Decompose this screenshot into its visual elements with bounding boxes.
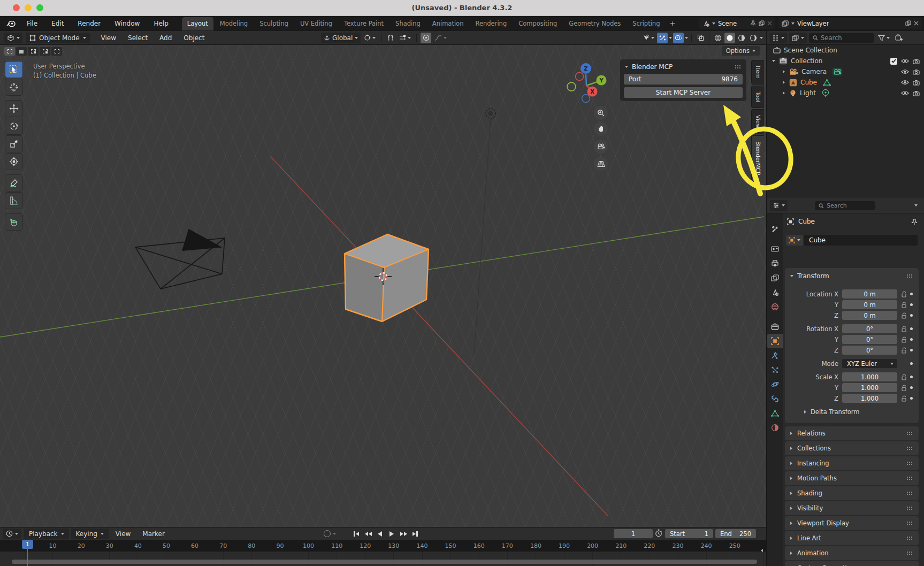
tab-output[interactable] [767,256,783,271]
delta-transform-section[interactable]: Delta Transform [804,408,860,416]
snap-toggle-button[interactable] [385,33,396,43]
property-section[interactable]: Instancing [785,456,919,470]
proportional-editing-button[interactable] [421,33,431,43]
transform-panel-header[interactable]: Transform [785,268,919,280]
transform-value-field[interactable]: 1.000 [842,383,897,392]
expand-icon[interactable] [783,81,785,84]
timeline-editor-type-button[interactable] [3,529,21,539]
timeline-menu-item[interactable]: Playback [24,529,69,539]
unlock-icon[interactable] [901,347,907,354]
blender-logo-icon[interactable] [6,20,16,27]
tool-annotate[interactable] [5,175,22,191]
cube-row[interactable]: Cube [767,77,924,88]
gizmos-toggle-button[interactable] [657,33,668,43]
tab-world[interactable] [767,300,783,314]
drag-handle-icon[interactable] [906,521,913,526]
start-mcp-server-button[interactable]: Start MCP Server [624,87,743,98]
hide-eye-icon[interactable] [901,90,909,96]
copy-icon[interactable] [905,20,911,26]
animate-dot-button[interactable] [910,397,913,400]
ortho-toggle-button[interactable] [594,157,608,171]
transform-value-field[interactable]: 0° [842,346,897,355]
property-section[interactable]: Viewport Display [785,516,919,530]
transform-value-field[interactable]: 0° [842,324,897,333]
transform-value-field[interactable]: 0° [842,335,897,344]
scene-selector[interactable]: Scene [699,18,775,29]
next-keyframe-button[interactable] [398,529,409,539]
animate-dot-button[interactable] [910,376,913,378]
camera-row[interactable]: Camera [767,66,924,77]
select-lasso-button[interactable] [40,47,50,56]
gizmo-axis-negz[interactable] [582,95,590,103]
animate-dot-button[interactable] [910,293,913,295]
gizmo-axis-negy[interactable] [567,82,576,91]
select-circle-button[interactable] [28,47,39,56]
drag-handle-icon[interactable] [735,65,742,70]
drag-handle-icon[interactable] [906,461,913,466]
tab-tool[interactable] [767,222,783,236]
light-object[interactable] [486,109,495,118]
drag-handle-icon[interactable] [906,506,913,511]
pivot-point-dropdown[interactable] [362,33,377,43]
animate-dot-button[interactable] [910,338,913,341]
tool-rotate[interactable] [5,118,22,134]
collection-checkbox[interactable] [890,58,897,65]
unlock-icon[interactable] [901,291,907,297]
workspace-tab[interactable]: Rendering [470,17,512,30]
chevron-down-icon[interactable] [914,204,918,206]
hide-eye-icon[interactable] [901,80,909,85]
sidebar-tab[interactable]: BlenderMCP [751,135,764,181]
property-section[interactable]: Motion Paths [785,471,919,485]
timeline-ruler[interactable]: 1020304050607080901001101201301401501601… [0,540,766,552]
current-frame-badge[interactable]: 1 [22,540,33,549]
pin-icon[interactable] [911,219,918,226]
select-box-button[interactable] [16,47,27,56]
tab-object-props[interactable] [767,334,783,348]
show-gizmo-dropdown[interactable] [641,33,656,43]
property-section[interactable]: Custom Properties [785,561,919,566]
workspace-tab[interactable]: Animation [427,17,469,30]
tab-particles[interactable] [767,363,783,377]
workspace-tab[interactable]: Compositing [513,17,562,30]
snap-target-dropdown[interactable] [398,33,413,43]
workspace-tab[interactable]: Layout [182,17,213,30]
jump-to-start-button[interactable] [350,529,362,539]
shading-rendered-button[interactable] [748,33,759,43]
workspace-tab[interactable]: Modeling [215,17,253,30]
timeline-scrollbar[interactable] [12,560,757,564]
overlays-toggle-button[interactable] [673,33,684,43]
mcp-port-field[interactable]: Port 9876 [624,74,743,85]
disable-render-icon[interactable] [913,69,920,75]
tab-collection-props[interactable] [767,319,783,334]
light-row[interactable]: Light [767,88,924,98]
viewport-3d[interactable]: Z Y X User Perspective (1) Collection | … [0,45,766,527]
tool-transform[interactable] [5,154,22,170]
collection-row[interactable]: Collection [767,56,924,66]
unlock-icon[interactable] [901,336,907,343]
outliner-search-input[interactable]: Search [809,33,874,43]
play-reverse-button[interactable] [374,529,386,539]
transform-value-field[interactable]: 0 m [842,289,897,299]
workspace-tab[interactable]: UV Editing [295,17,338,30]
camera-view-button[interactable] [594,140,608,154]
animate-dot-button[interactable] [910,303,913,306]
mode-selector[interactable]: Object Mode [26,33,90,43]
auto-key-toggle[interactable] [324,530,331,537]
property-section[interactable]: Collections [785,441,919,455]
transform-value-field[interactable]: 0 m [842,300,897,309]
drag-handle-icon[interactable] [906,491,913,496]
use-preview-range-button[interactable] [655,529,662,539]
property-section[interactable]: Visibility [785,501,919,515]
menu-item[interactable]: Help [148,18,174,29]
viewport-menu-item[interactable]: View [96,33,121,43]
xray-toggle-button[interactable] [695,33,706,43]
tool-measure[interactable] [5,193,22,209]
tab-physics[interactable] [767,377,783,392]
tool-move[interactable] [5,101,22,117]
new-collection-button[interactable] [894,33,904,43]
drag-handle-icon[interactable] [906,431,913,436]
copy-icon[interactable] [759,20,765,26]
drag-handle-icon[interactable] [906,551,913,556]
select-tweak-button[interactable] [4,47,15,56]
tab-material[interactable] [767,420,783,435]
